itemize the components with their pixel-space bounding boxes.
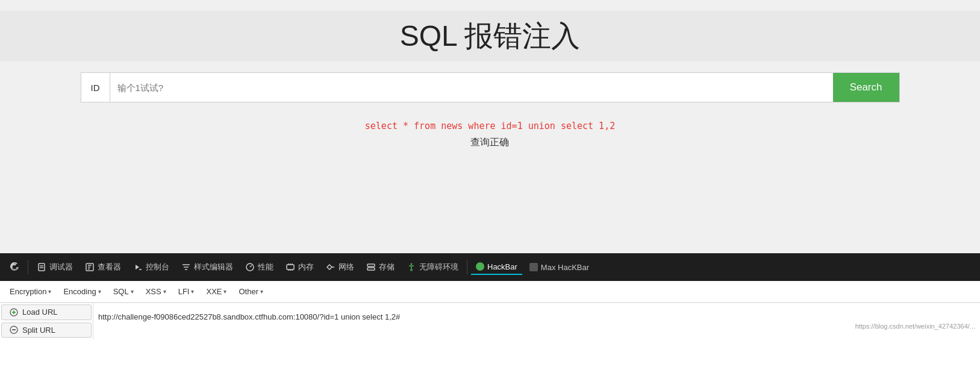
devtools-debugger-label: 调试器: [49, 262, 73, 273]
menu-xxe-label: XXE: [206, 287, 222, 296]
accessibility-icon: [407, 262, 416, 272]
devtools-performance[interactable]: 性能: [240, 259, 278, 275]
chevron-down-icon-encoding: ▾: [98, 288, 101, 295]
url-hint: https://blog.csdn.net/weixin_42742364/..…: [98, 323, 975, 330]
devtools-network-label: 网络: [339, 262, 354, 273]
split-url-button[interactable]: Split URL: [1, 323, 92, 338]
chevron-down-icon-lfi: ▾: [191, 288, 194, 295]
url-input-area: https://blog.csdn.net/weixin_42742364/..…: [93, 303, 980, 339]
reload-svg-icon: [10, 262, 19, 272]
load-url-icon: [9, 308, 19, 317]
chevron-down-icon-xss: ▾: [163, 288, 166, 295]
devtools-storage[interactable]: 存储: [361, 259, 399, 275]
url-area: Load URL Split URL https://blog.csdn.net…: [0, 303, 980, 339]
performance-icon: [245, 262, 255, 272]
devtools-console-label: 控制台: [146, 262, 169, 273]
devtools-accessibility[interactable]: 无障碍环境: [402, 259, 463, 275]
svg-rect-5: [367, 264, 375, 266]
menu-xss[interactable]: XSS ▾: [141, 285, 171, 298]
chevron-down-icon-other: ▾: [260, 288, 263, 295]
load-url-button[interactable]: Load URL: [1, 304, 92, 320]
menu-sql-label: SQL: [113, 287, 129, 296]
devtools-style-editor[interactable]: 样式编辑器: [176, 259, 238, 275]
devtools-sep-2: [467, 260, 467, 274]
hackbar-dot-icon: [476, 262, 484, 271]
search-button[interactable]: Search: [833, 73, 899, 102]
devtools-style-label: 样式编辑器: [194, 262, 233, 273]
devtools-inspector[interactable]: 查看器: [80, 259, 126, 275]
menu-lfi-label: LFI: [178, 287, 190, 296]
svg-marker-2: [136, 265, 139, 270]
devtools-performance-label: 性能: [258, 262, 273, 273]
max-hackbar-dot-icon: [529, 263, 538, 271]
sql-query-text: select * from news where id=1 union sele…: [365, 121, 615, 131]
menu-encryption-label: Encryption: [10, 287, 46, 296]
split-url-label: Split URL: [22, 326, 55, 335]
split-url-icon: [9, 325, 19, 335]
devtools-console[interactable]: 控制台: [128, 259, 174, 275]
max-hackbar-label: Max HacKBar: [541, 263, 589, 272]
menu-encoding[interactable]: Encoding ▾: [58, 285, 105, 298]
svg-rect-4: [287, 265, 294, 270]
console-icon: [133, 262, 143, 272]
menu-encoding-label: Encoding: [63, 287, 96, 296]
search-bar: ID Search: [81, 72, 900, 102]
sql-status-text: 查询正确: [365, 136, 615, 149]
svg-point-7: [411, 263, 413, 265]
inspector-icon: [85, 262, 95, 272]
chevron-down-icon-xxe: ▾: [223, 288, 226, 295]
search-id-label: ID: [81, 73, 110, 102]
menu-sql[interactable]: SQL ▾: [108, 285, 139, 298]
devtools-debugger[interactable]: 调试器: [32, 259, 78, 275]
menu-lfi[interactable]: LFI ▾: [173, 285, 199, 298]
menu-other-label: Other: [239, 287, 258, 296]
devtools-sep-1: [28, 260, 28, 274]
load-url-label: Load URL: [22, 308, 58, 317]
hackbar-toolbar: Encryption ▾ Encoding ▾ SQL ▾ XSS ▾ LFI …: [0, 281, 980, 303]
url-buttons-panel: Load URL Split URL: [0, 303, 93, 339]
page-title: SQL 报错注入: [0, 11, 980, 62]
max-hackbar-tab[interactable]: Max HacKBar: [525, 260, 594, 274]
devtools-reload-icon[interactable]: [5, 260, 24, 274]
svg-rect-0: [39, 263, 45, 271]
devtools-inspector-label: 查看器: [98, 262, 121, 273]
devtools-network[interactable]: 网络: [321, 259, 359, 275]
devtools-storage-label: 存储: [379, 262, 395, 273]
menu-xxe[interactable]: XXE ▾: [201, 285, 231, 298]
style-icon: [181, 262, 191, 272]
chevron-down-icon-sql: ▾: [131, 288, 134, 295]
debug-icon: [37, 262, 46, 272]
network-icon: [326, 262, 336, 272]
chevron-down-icon-encryption: ▾: [48, 288, 51, 295]
menu-other[interactable]: Other ▾: [234, 285, 268, 298]
top-content-area: SQL 报错注入 ID Search select * from news wh…: [0, 0, 980, 253]
devtools-accessibility-label: 无障碍环境: [419, 262, 458, 273]
storage-icon: [366, 262, 376, 272]
devtools-bar: 调试器 查看器 控制台 样式编辑器 性能 内存: [0, 253, 980, 281]
svg-rect-6: [367, 268, 375, 270]
devtools-memory[interactable]: 内存: [281, 259, 319, 275]
menu-xss-label: XSS: [146, 287, 161, 296]
hackbar-tab[interactable]: HackBar: [471, 260, 522, 275]
url-input[interactable]: [98, 312, 975, 321]
devtools-memory-label: 内存: [298, 262, 314, 273]
memory-icon: [286, 262, 295, 272]
sql-result-area: select * from news where id=1 union sele…: [365, 121, 615, 149]
search-input[interactable]: [110, 83, 833, 93]
menu-encryption[interactable]: Encryption ▾: [5, 285, 56, 298]
hackbar-label: HackBar: [487, 262, 517, 271]
